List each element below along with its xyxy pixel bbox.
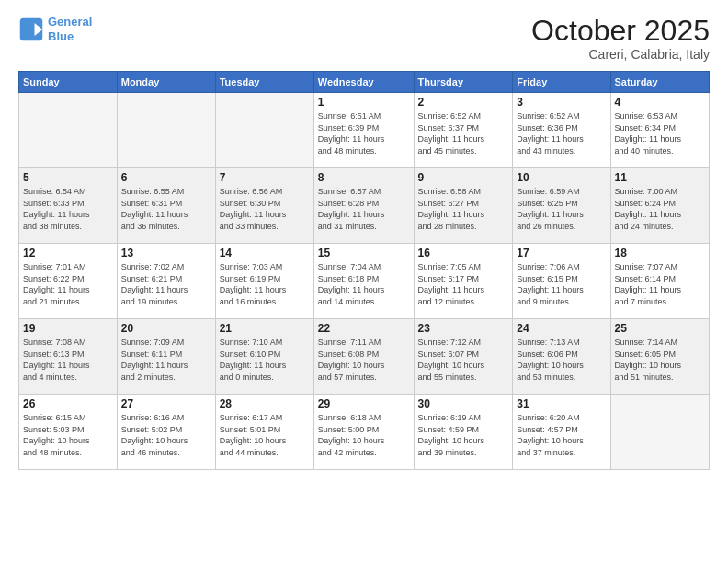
day-info: Sunrise: 7:12 AM Sunset: 6:07 PM Dayligh… — [418, 337, 509, 383]
day-number: 15 — [318, 247, 410, 259]
day-info: Sunrise: 7:10 AM Sunset: 6:10 PM Dayligh… — [220, 337, 310, 383]
day-number: 13 — [121, 247, 211, 259]
day-info: Sunrise: 7:01 AM Sunset: 6:22 PM Dayligh… — [23, 261, 113, 307]
day-number: 8 — [318, 171, 410, 184]
calendar-row-2: 5Sunrise: 6:54 AM Sunset: 6:33 PM Daylig… — [19, 168, 710, 244]
calendar: SundayMondayTuesdayWednesdayThursdayFrid… — [18, 71, 710, 470]
calendar-cell: 28Sunrise: 6:17 AM Sunset: 5:01 PM Dayli… — [215, 395, 313, 470]
day-info: Sunrise: 7:13 AM Sunset: 6:06 PM Dayligh… — [517, 337, 606, 383]
day-number: 3 — [517, 96, 606, 109]
day-info: Sunrise: 6:19 AM Sunset: 4:59 PM Dayligh… — [418, 412, 509, 458]
calendar-cell: 1Sunrise: 6:51 AM Sunset: 6:39 PM Daylig… — [313, 93, 414, 168]
day-info: Sunrise: 7:14 AM Sunset: 6:05 PM Dayligh… — [615, 337, 705, 383]
day-number: 12 — [23, 247, 113, 259]
day-info: Sunrise: 6:52 AM Sunset: 6:37 PM Dayligh… — [418, 110, 509, 156]
day-number: 24 — [517, 322, 606, 335]
calendar-cell: 4Sunrise: 6:53 AM Sunset: 6:34 PM Daylig… — [610, 93, 709, 168]
calendar-cell: 7Sunrise: 6:56 AM Sunset: 6:30 PM Daylig… — [215, 168, 313, 244]
calendar-cell: 10Sunrise: 6:59 AM Sunset: 6:25 PM Dayli… — [513, 168, 610, 244]
calendar-cell: 12Sunrise: 7:01 AM Sunset: 6:22 PM Dayli… — [19, 244, 118, 319]
page: General Blue October 2025 Careri, Calabr… — [0, 0, 728, 563]
day-number: 11 — [615, 171, 705, 184]
day-number: 14 — [220, 247, 310, 259]
day-info: Sunrise: 7:02 AM Sunset: 6:21 PM Dayligh… — [121, 261, 211, 307]
day-number: 6 — [121, 171, 211, 184]
calendar-cell: 25Sunrise: 7:14 AM Sunset: 6:05 PM Dayli… — [610, 319, 709, 395]
day-number: 18 — [615, 247, 705, 259]
calendar-cell — [19, 93, 118, 168]
day-number: 2 — [418, 96, 509, 109]
day-info: Sunrise: 7:05 AM Sunset: 6:17 PM Dayligh… — [418, 261, 509, 307]
day-info: Sunrise: 6:17 AM Sunset: 5:01 PM Dayligh… — [220, 412, 310, 458]
day-number: 20 — [121, 322, 211, 335]
calendar-row-4: 19Sunrise: 7:08 AM Sunset: 6:13 PM Dayli… — [19, 319, 710, 395]
calendar-cell: 6Sunrise: 6:55 AM Sunset: 6:31 PM Daylig… — [117, 168, 215, 244]
calendar-row-1: 1Sunrise: 6:51 AM Sunset: 6:39 PM Daylig… — [19, 93, 710, 168]
day-info: Sunrise: 7:04 AM Sunset: 6:18 PM Dayligh… — [318, 261, 410, 307]
weekday-header-row: SundayMondayTuesdayWednesdayThursdayFrid… — [19, 72, 710, 93]
calendar-cell: 9Sunrise: 6:58 AM Sunset: 6:27 PM Daylig… — [414, 168, 513, 244]
calendar-cell: 19Sunrise: 7:08 AM Sunset: 6:13 PM Dayli… — [19, 319, 118, 395]
logo: General Blue — [18, 15, 92, 43]
location: Careri, Calabria, Italy — [531, 47, 710, 62]
calendar-cell: 17Sunrise: 7:06 AM Sunset: 6:15 PM Dayli… — [513, 244, 610, 319]
calendar-cell: 14Sunrise: 7:03 AM Sunset: 6:19 PM Dayli… — [215, 244, 313, 319]
weekday-header-tuesday: Tuesday — [215, 72, 313, 93]
logo-text: General Blue — [48, 15, 92, 43]
weekday-header-saturday: Saturday — [610, 72, 709, 93]
day-info: Sunrise: 6:16 AM Sunset: 5:02 PM Dayligh… — [121, 412, 211, 458]
month-title: October 2025 — [531, 15, 710, 47]
day-number: 5 — [23, 171, 113, 184]
day-number: 19 — [23, 322, 113, 335]
calendar-cell: 13Sunrise: 7:02 AM Sunset: 6:21 PM Dayli… — [117, 244, 215, 319]
calendar-cell — [610, 395, 709, 470]
logo-icon — [18, 17, 44, 42]
calendar-cell: 2Sunrise: 6:52 AM Sunset: 6:37 PM Daylig… — [414, 93, 513, 168]
day-number: 22 — [318, 322, 410, 335]
day-number: 17 — [517, 247, 606, 259]
day-info: Sunrise: 6:54 AM Sunset: 6:33 PM Dayligh… — [23, 186, 113, 232]
day-info: Sunrise: 7:08 AM Sunset: 6:13 PM Dayligh… — [23, 337, 113, 383]
day-info: Sunrise: 6:59 AM Sunset: 6:25 PM Dayligh… — [517, 186, 606, 232]
calendar-cell: 8Sunrise: 6:57 AM Sunset: 6:28 PM Daylig… — [313, 168, 414, 244]
day-number: 1 — [318, 96, 410, 109]
header: General Blue October 2025 Careri, Calabr… — [18, 15, 710, 62]
calendar-cell: 31Sunrise: 6:20 AM Sunset: 4:57 PM Dayli… — [513, 395, 610, 470]
calendar-cell: 23Sunrise: 7:12 AM Sunset: 6:07 PM Dayli… — [414, 319, 513, 395]
calendar-cell: 15Sunrise: 7:04 AM Sunset: 6:18 PM Dayli… — [313, 244, 414, 319]
title-block: October 2025 Careri, Calabria, Italy — [531, 15, 710, 62]
calendar-cell: 11Sunrise: 7:00 AM Sunset: 6:24 PM Dayli… — [610, 168, 709, 244]
day-info: Sunrise: 6:57 AM Sunset: 6:28 PM Dayligh… — [318, 186, 410, 232]
day-info: Sunrise: 6:18 AM Sunset: 5:00 PM Dayligh… — [318, 412, 410, 458]
weekday-header-thursday: Thursday — [414, 72, 513, 93]
day-number: 27 — [121, 397, 211, 410]
day-info: Sunrise: 7:09 AM Sunset: 6:11 PM Dayligh… — [121, 337, 211, 383]
day-number: 23 — [418, 322, 509, 335]
day-number: 30 — [418, 397, 509, 410]
calendar-cell: 5Sunrise: 6:54 AM Sunset: 6:33 PM Daylig… — [19, 168, 118, 244]
calendar-cell: 24Sunrise: 7:13 AM Sunset: 6:06 PM Dayli… — [513, 319, 610, 395]
day-number: 25 — [615, 322, 705, 335]
day-info: Sunrise: 7:03 AM Sunset: 6:19 PM Dayligh… — [220, 261, 310, 307]
logo-line2: Blue — [48, 29, 92, 44]
calendar-cell: 29Sunrise: 6:18 AM Sunset: 5:00 PM Dayli… — [313, 395, 414, 470]
calendar-cell — [117, 93, 215, 168]
day-number: 16 — [418, 247, 509, 259]
weekday-header-friday: Friday — [513, 72, 610, 93]
day-number: 9 — [418, 171, 509, 184]
day-number: 21 — [220, 322, 310, 335]
day-info: Sunrise: 6:15 AM Sunset: 5:03 PM Dayligh… — [23, 412, 113, 458]
weekday-header-wednesday: Wednesday — [313, 72, 414, 93]
weekday-header-sunday: Sunday — [19, 72, 118, 93]
day-info: Sunrise: 7:06 AM Sunset: 6:15 PM Dayligh… — [517, 261, 606, 307]
day-info: Sunrise: 6:56 AM Sunset: 6:30 PM Dayligh… — [220, 186, 310, 232]
calendar-cell: 26Sunrise: 6:15 AM Sunset: 5:03 PM Dayli… — [19, 395, 118, 470]
day-info: Sunrise: 7:11 AM Sunset: 6:08 PM Dayligh… — [318, 337, 410, 383]
calendar-cell: 18Sunrise: 7:07 AM Sunset: 6:14 PM Dayli… — [610, 244, 709, 319]
day-info: Sunrise: 6:58 AM Sunset: 6:27 PM Dayligh… — [418, 186, 509, 232]
weekday-header-monday: Monday — [117, 72, 215, 93]
day-info: Sunrise: 7:07 AM Sunset: 6:14 PM Dayligh… — [615, 261, 705, 307]
calendar-cell: 21Sunrise: 7:10 AM Sunset: 6:10 PM Dayli… — [215, 319, 313, 395]
day-info: Sunrise: 6:55 AM Sunset: 6:31 PM Dayligh… — [121, 186, 211, 232]
day-info: Sunrise: 6:52 AM Sunset: 6:36 PM Dayligh… — [517, 110, 606, 156]
